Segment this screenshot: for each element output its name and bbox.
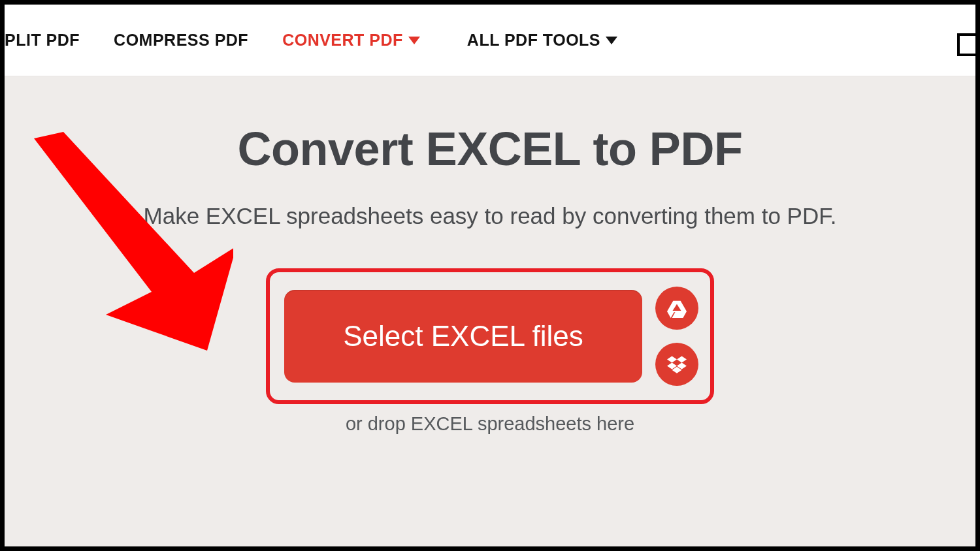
nav-item-split-pdf[interactable]: PLIT PDF [5, 31, 80, 50]
cloud-upload-buttons [655, 287, 698, 386]
right-edge-icon [957, 33, 977, 56]
nav-label: ALL PDF TOOLS [467, 31, 600, 50]
google-drive-button[interactable] [655, 287, 698, 330]
nav-item-convert-pdf[interactable]: CONVERT PDF [282, 31, 420, 50]
top-nav: PLIT PDF COMPRESS PDF CONVERT PDF ALL PD… [5, 5, 975, 76]
chevron-down-icon [408, 37, 420, 44]
nav-item-all-pdf-tools[interactable]: ALL PDF TOOLS [467, 31, 617, 50]
main-content: Convert EXCEL to PDF Make EXCEL spreadsh… [5, 76, 975, 546]
page-subtitle: Make EXCEL spreadsheets easy to read by … [5, 203, 975, 229]
nav-label: COMPRESS PDF [114, 31, 248, 50]
dropbox-icon [667, 354, 687, 374]
dropbox-button[interactable] [655, 343, 698, 386]
drop-hint: or drop EXCEL spreadsheets here [5, 413, 975, 435]
chevron-down-icon [606, 37, 617, 44]
google-drive-icon [667, 298, 687, 318]
select-files-button[interactable]: Select EXCEL files [284, 290, 642, 383]
upload-area: Select EXCEL files [266, 268, 714, 404]
nav-item-compress-pdf[interactable]: COMPRESS PDF [114, 31, 248, 50]
page-title: Convert EXCEL to PDF [5, 122, 975, 176]
nav-label: CONVERT PDF [282, 31, 403, 50]
nav-label: PLIT PDF [5, 31, 80, 50]
